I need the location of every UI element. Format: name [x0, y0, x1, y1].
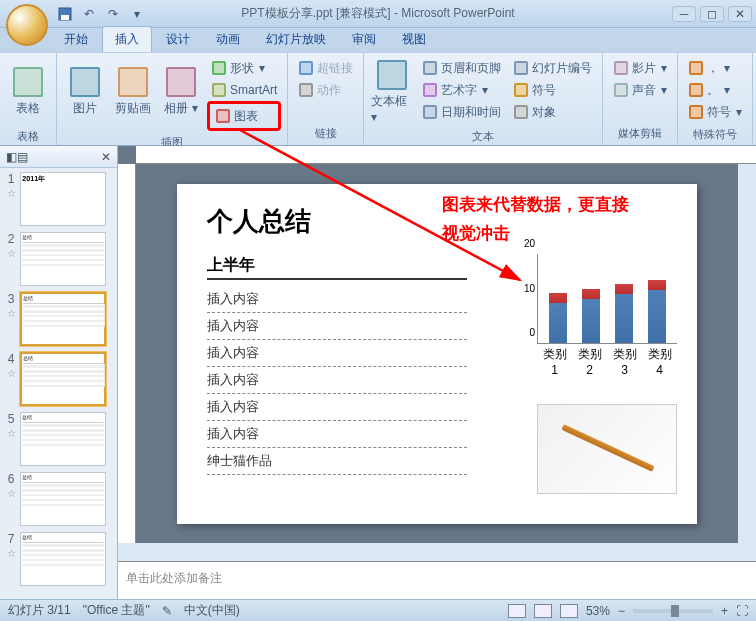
picture-icon [69, 66, 101, 98]
wordart-button[interactable]: 艺术字▾ [418, 79, 505, 101]
chart-button[interactable]: 图表 [211, 105, 277, 127]
slide-section[interactable]: 上半年 [207, 255, 467, 280]
status-slide-number: 幻灯片 3/11 [8, 602, 71, 619]
symbol-button[interactable]: 符号 [509, 79, 596, 101]
thumbnail-6[interactable]: 总结 [20, 472, 106, 526]
spellcheck-icon[interactable]: ✎ [162, 604, 172, 618]
group-label: 链接 [292, 124, 359, 143]
svg-rect-25 [425, 85, 435, 95]
textbox-button[interactable]: 文本框 ▾ [370, 57, 414, 125]
slide-image[interactable] [537, 404, 677, 494]
status-language[interactable]: 中文(中国) [184, 602, 240, 619]
slide-content-item[interactable]: 插入内容 [207, 313, 467, 340]
svg-rect-1 [61, 15, 69, 20]
tab-home[interactable]: 开始 [52, 27, 100, 52]
notes-pane[interactable]: 单击此处添加备注 [118, 561, 756, 599]
close-button[interactable]: ✕ [728, 6, 752, 22]
tab-insert[interactable]: 插入 [102, 26, 152, 52]
sorter-view-button[interactable] [534, 604, 552, 618]
slide-content-item[interactable]: 插入内容 [207, 340, 467, 367]
tab-slideshow[interactable]: 幻灯片放映 [254, 27, 338, 52]
slide-content-item[interactable]: 插入内容 [207, 394, 467, 421]
album-button[interactable]: 相册 ▾ [159, 57, 203, 125]
horizontal-scrollbar[interactable] [118, 543, 756, 561]
slide-content-item[interactable]: 插入内容 [207, 367, 467, 394]
slideshow-view-button[interactable] [560, 604, 578, 618]
slide-thumbnails-panel: ◧▤✕ 1☆2011年2☆总结3☆总结4☆总结5☆总结6☆总结7☆总结 [0, 146, 118, 599]
slide-content-item[interactable]: 插入内容 [207, 286, 467, 313]
fit-button[interactable]: ⛶ [736, 604, 748, 618]
header-icon [422, 60, 438, 76]
tab-animations[interactable]: 动画 [204, 27, 252, 52]
group-label: 媒体剪辑 [607, 124, 673, 143]
svg-rect-33 [516, 107, 526, 117]
symbols-button[interactable]: 符号▾ [684, 101, 746, 123]
zoom-in-button[interactable]: + [721, 604, 728, 618]
slide-chart[interactable]: 01020 类别1类别2类别3类别4 [517, 254, 677, 377]
sound-button[interactable]: 声音▾ [609, 79, 671, 101]
thumbnails-list[interactable]: 1☆2011年2☆总结3☆总结4☆总结5☆总结6☆总结7☆总结 [0, 168, 117, 599]
clipart-button[interactable]: 剪贴画 [111, 57, 155, 125]
svg-rect-5 [72, 69, 98, 95]
horizontal-ruler[interactable] [136, 146, 756, 164]
slide-editor-area: 个人总结 上半年 插入内容插入内容插入内容插入内容插入内容插入内容绅士猫作品 0… [118, 146, 756, 599]
window-title: PPT模板分享.ppt [兼容模式] - Microsoft PowerPoin… [241, 5, 514, 22]
object-button[interactable]: 对象 [509, 101, 596, 123]
smartart-button[interactable]: SmartArt [207, 79, 281, 101]
vertical-ruler[interactable] [118, 164, 136, 543]
zoom-slider[interactable] [633, 609, 713, 613]
picture-button[interactable]: 图片 [63, 57, 107, 125]
undo-icon[interactable]: ↶ [80, 5, 98, 23]
comma-icon [688, 60, 704, 76]
tab-review[interactable]: 审阅 [340, 27, 388, 52]
normal-view-button[interactable] [508, 604, 526, 618]
svg-rect-17 [301, 63, 311, 73]
comma-button[interactable]: ，▾ [684, 57, 746, 79]
svg-rect-13 [214, 85, 224, 95]
status-bar: 幻灯片 3/11 "Office 主题" ✎ 中文(中国) 53% − + ⛶ [0, 599, 756, 621]
thumbnail-tabs[interactable]: ◧▤✕ [0, 146, 117, 168]
slide[interactable]: 个人总结 上半年 插入内容插入内容插入内容插入内容插入内容插入内容绅士猫作品 0… [177, 184, 697, 524]
minimize-button[interactable]: ─ [672, 6, 696, 22]
symbol-icon [513, 82, 529, 98]
vertical-scrollbar[interactable] [738, 164, 756, 543]
svg-rect-11 [214, 63, 224, 73]
header-button[interactable]: 页眉和页脚 [418, 57, 505, 79]
thumbnail-7[interactable]: 总结 [20, 532, 106, 586]
tab-view[interactable]: 视图 [390, 27, 438, 52]
zoom-out-button[interactable]: − [618, 604, 625, 618]
movie-button[interactable]: 影片▾ [609, 57, 671, 79]
datetime-icon [422, 104, 438, 120]
title-bar: ↶ ↷ ▾ PPT模板分享.ppt [兼容模式] - Microsoft Pow… [0, 0, 756, 28]
maximize-button[interactable]: ◻ [700, 6, 724, 22]
chart-icon [215, 108, 231, 124]
save-icon[interactable] [56, 5, 74, 23]
slidenum-icon [513, 60, 529, 76]
svg-rect-35 [616, 63, 626, 73]
thumbnail-3[interactable]: 总结 [20, 292, 106, 346]
office-button[interactable] [6, 4, 48, 46]
slidenum-button[interactable]: 幻灯片编号 [509, 57, 596, 79]
period-button[interactable]: 。▾ [684, 79, 746, 101]
zoom-level[interactable]: 53% [586, 604, 610, 618]
thumbnail-1[interactable]: 2011年 [20, 172, 106, 226]
qat-dropdown-icon[interactable]: ▾ [128, 5, 146, 23]
slide-content-item[interactable]: 绅士猫作品 [207, 448, 467, 475]
thumbnail-2[interactable]: 总结 [20, 232, 106, 286]
object-icon [513, 104, 529, 120]
shapes-icon [211, 60, 227, 76]
thumbnail-4[interactable]: 总结 [20, 352, 106, 406]
slide-canvas[interactable]: 个人总结 上半年 插入内容插入内容插入内容插入内容插入内容插入内容绅士猫作品 0… [136, 164, 738, 543]
redo-icon[interactable]: ↷ [104, 5, 122, 23]
datetime-button[interactable]: 日期和时间 [418, 101, 505, 123]
group-label: 文本 [368, 127, 598, 146]
table-button[interactable]: 表格 [6, 57, 50, 125]
svg-rect-43 [691, 107, 701, 117]
svg-rect-39 [691, 63, 701, 73]
svg-rect-27 [425, 107, 435, 117]
svg-rect-19 [301, 85, 311, 95]
thumbnail-5[interactable]: 总结 [20, 412, 106, 466]
shapes-button[interactable]: 形状▾ [207, 57, 281, 79]
slide-content-item[interactable]: 插入内容 [207, 421, 467, 448]
tab-design[interactable]: 设计 [154, 27, 202, 52]
